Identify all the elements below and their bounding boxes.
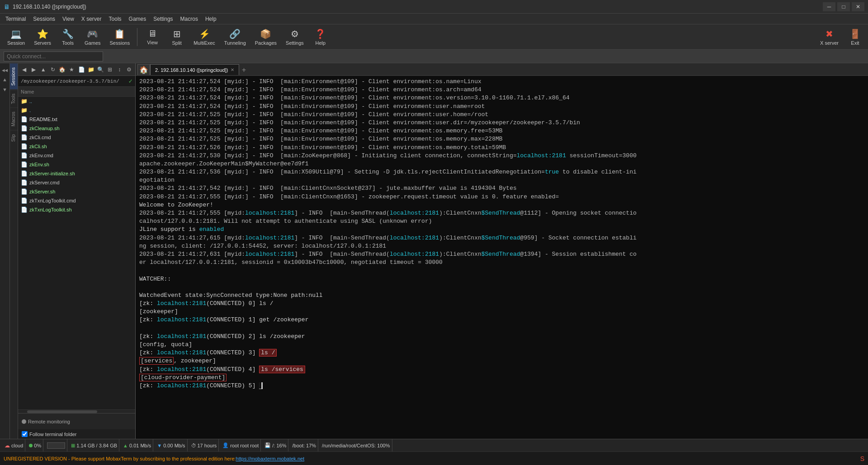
fb-filter-btn[interactable]: 🔍	[96, 65, 105, 74]
list-item[interactable]: 📄 zkEnv.sh	[18, 160, 135, 169]
clock-icon: ⏱	[191, 443, 196, 448]
cmd-file-icon: 📄	[21, 197, 28, 204]
menu-view[interactable]: View	[59, 15, 78, 23]
side-tab-macros[interactable]: Macros	[10, 108, 18, 130]
toolbar-tunneling[interactable]: 🔗 Tunneling	[221, 27, 250, 47]
sidebar-down-btn[interactable]: ▼	[0, 85, 10, 95]
fb-newfolder-btn[interactable]: 📁	[87, 65, 95, 74]
term-line: WatchedEvent state:SyncConnected type:No…	[139, 291, 864, 300]
file-item-dotdot[interactable]: 📁 ..	[18, 97, 135, 106]
fb-home-btn[interactable]: 🏠	[58, 65, 66, 74]
toolbar-view[interactable]: 🖥 View	[141, 27, 164, 47]
menu-terminal[interactable]: Terminal	[2, 15, 29, 23]
tab-home[interactable]: 🏠	[137, 64, 150, 75]
fb-newfile-btn[interactable]: 📄	[77, 65, 85, 74]
ram-label: 1.14 GB / 3.84 GB	[76, 443, 117, 448]
close-button[interactable]: ✕	[852, 2, 864, 11]
term-line: 2023-08-21 21:41:27,542 [myid:] - INFO […	[139, 184, 864, 193]
toolbar-sessions[interactable]: 📋 Sessions	[106, 27, 134, 47]
tab-close-icon[interactable]: ✕	[231, 67, 234, 72]
upload-icon: ▲	[123, 443, 128, 448]
toolbar-xserver[interactable]: ✖ X server	[816, 27, 842, 47]
term-line: [zk: localhost:2181(CONNECTED) 5] ▋	[139, 382, 864, 390]
term-line: er localhost/127.0.0.1:2181, sessionid =…	[139, 258, 864, 267]
term-line: [zk: localhost:2181(CONNECTED) 0] ls /	[139, 300, 864, 308]
side-tab-sessions[interactable]: Sessions	[10, 63, 18, 89]
cloud-label: cloud	[11, 443, 23, 448]
toolbar-settings[interactable]: ⚙ Settings	[282, 27, 307, 47]
fb-up-btn[interactable]: ▲	[39, 65, 47, 74]
terminal-output[interactable]: 2023-08-21 21:41:27,524 [myid:] - INFO […	[136, 76, 868, 439]
fb-settings-btn[interactable]: ⚙	[125, 65, 133, 74]
remote-monitor-label: Remote monitoring	[28, 419, 70, 424]
list-item[interactable]: 📄 zkCli.sh	[18, 142, 135, 151]
menu-help[interactable]: Help	[202, 15, 220, 23]
term-line: [zk: localhost:2181(CONNECTED) 4] ls /se…	[139, 366, 864, 374]
list-item[interactable]: 📄 zkCleanup.sh	[18, 124, 135, 133]
term-line: apache.zookeeper.ZooKeeperMain$MyWatcher…	[139, 160, 864, 168]
list-item[interactable]: 📄 zkTxnLogToolkit.sh	[18, 205, 135, 214]
boot-label: /boot: 17%	[292, 443, 316, 448]
title-bar: 🖥 192.168.10.140 ([springcloud]) ─ □ ✕	[0, 0, 868, 14]
list-item[interactable]: 📄 zkCli.cmd	[18, 133, 135, 142]
tab-active[interactable]: 2. 192.168.10.140 ([springcloud]) ✕	[150, 64, 239, 75]
list-item[interactable]: 📄 zkTxnLogToolkit.cmd	[18, 196, 135, 205]
folder-icon: 📁	[21, 98, 28, 104]
list-item[interactable]: 📄 zkServer.sh	[18, 187, 135, 196]
fb-refresh-btn[interactable]: ↻	[48, 65, 57, 74]
toolbar-servers[interactable]: ⭐ Servers	[30, 27, 55, 47]
toolbar-exit[interactable]: 🚪 Exit	[846, 27, 864, 47]
file-name: README.txt	[29, 117, 57, 122]
fb-forward-btn[interactable]: ▶	[29, 65, 38, 74]
fb-view-btn[interactable]: ⊞	[106, 65, 114, 74]
left-sidebar-icons: ◀◀ ▲ ▼	[0, 63, 10, 439]
list-item[interactable]: 📄 README.txt	[18, 115, 135, 124]
term-line	[139, 267, 864, 275]
exit-icon: 🚪	[849, 28, 861, 39]
menu-games[interactable]: Games	[125, 15, 150, 23]
list-item[interactable]: 📄 zkServer-initialize.sh	[18, 169, 135, 178]
toolbar-split[interactable]: ⊞ Split	[165, 27, 188, 47]
minimize-button[interactable]: ─	[823, 2, 835, 11]
quick-connect-input[interactable]	[4, 52, 103, 61]
sidebar-collapse-btn[interactable]: ◀◀	[0, 65, 10, 75]
fb-sort-btn[interactable]: ↕	[115, 65, 124, 74]
fb-back-btn[interactable]: ◀	[20, 65, 28, 74]
menu-settings[interactable]: Settings	[150, 15, 176, 23]
toolbar-multiexec[interactable]: ⚡ MultiExec	[190, 27, 219, 47]
toolbar-tools[interactable]: 🔧 Tools	[57, 27, 79, 47]
right-panel: 🏠 2. 192.168.10.140 ([springcloud]) ✕ + …	[136, 63, 868, 439]
term-line: JLine support is enabled	[139, 225, 864, 234]
cloud-icon: ☁	[5, 442, 10, 449]
app-icon: 🖥	[4, 3, 10, 10]
tabs-bar: 🏠 2. 192.168.10.140 ([springcloud]) ✕ +	[136, 63, 868, 76]
file-list-header: Name	[18, 87, 135, 97]
sidebar-up-btn[interactable]: ▲	[0, 75, 10, 85]
list-item[interactable]: 📄 zkServer.cmd	[18, 178, 135, 187]
support-link[interactable]: https://mobaxterm.mobatek.net	[236, 456, 305, 461]
folder-icon: 📁	[21, 107, 28, 113]
menu-macros[interactable]: Macros	[177, 15, 202, 23]
maximize-button[interactable]: □	[837, 2, 850, 11]
toolbar-session[interactable]: 💻 Session	[4, 27, 28, 47]
disk1-label: /: 16%	[272, 443, 286, 448]
quick-connect-bar	[0, 50, 868, 63]
menu-xserver[interactable]: X server	[78, 15, 105, 23]
fb-bookmark-btn[interactable]: ★	[67, 65, 76, 74]
servers-icon: ⭐	[37, 28, 48, 39]
side-tab-tools[interactable]: Tools	[10, 89, 18, 108]
follow-terminal-checkbox[interactable]	[22, 431, 28, 437]
bottom-right-icons: S	[860, 455, 864, 462]
new-tab-button[interactable]: +	[239, 66, 248, 75]
menu-sessions[interactable]: Sessions	[29, 15, 59, 23]
side-tabs: Sessions Tools Macros Slip	[10, 63, 18, 439]
term-line: 2023-08-21 21:41:27,555 [myid:] - INFO […	[139, 193, 864, 201]
toolbar-help[interactable]: ❓ Help	[309, 27, 332, 47]
list-item[interactable]: 📄 zkEnv.cmd	[18, 151, 135, 160]
menu-tools[interactable]: Tools	[105, 15, 125, 23]
side-tab-slip[interactable]: Slip	[10, 130, 18, 146]
toolbar-packages[interactable]: 📦 Packages	[251, 27, 280, 47]
status-boot: /boot: 17%	[290, 439, 318, 451]
file-item-dot[interactable]: 📁 .	[18, 106, 135, 115]
toolbar-games[interactable]: 🎮 Games	[81, 27, 104, 47]
